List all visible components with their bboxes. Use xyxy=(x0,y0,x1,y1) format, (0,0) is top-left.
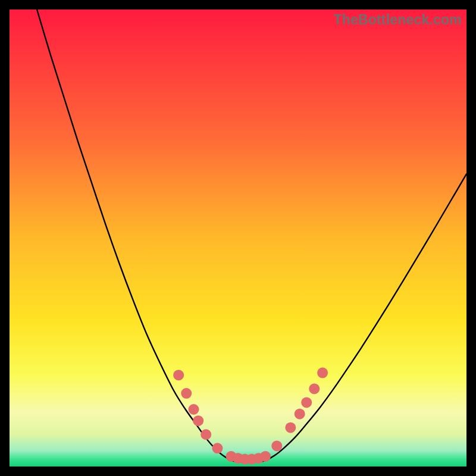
curve-marker xyxy=(271,440,282,451)
curve-marker xyxy=(201,429,211,440)
watermark-text: TheBottleneck.com xyxy=(333,12,462,28)
curve-marker xyxy=(260,451,271,462)
curve-marker xyxy=(189,404,199,415)
curve-marker xyxy=(173,369,184,380)
curve-marker xyxy=(295,409,305,419)
curve-marker xyxy=(212,443,223,453)
chart-frame: TheBottleneck.com xyxy=(10,10,466,466)
curve-marker xyxy=(181,388,192,399)
gradient-background xyxy=(10,10,466,466)
curve-marker xyxy=(317,368,328,378)
curve-marker xyxy=(285,422,296,433)
curve-marker xyxy=(309,383,320,394)
chart-svg xyxy=(10,10,466,466)
curve-marker xyxy=(193,415,203,426)
curve-marker xyxy=(301,397,312,408)
